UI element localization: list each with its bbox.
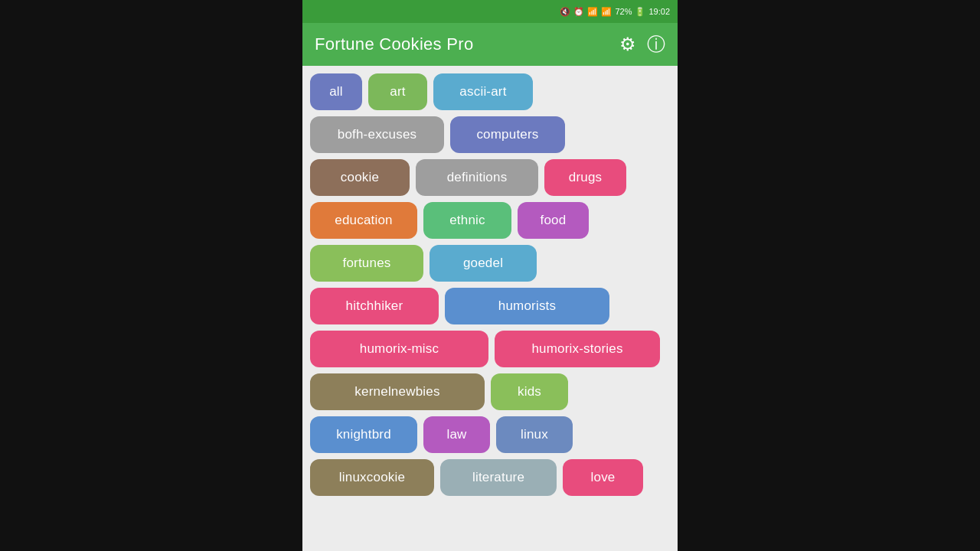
tag-btn-fortunes[interactable]: fortunes: [310, 245, 423, 282]
battery-text: 72%: [615, 7, 632, 16]
tag-btn-bofh-excuses[interactable]: bofh-excuses: [310, 116, 444, 153]
app-header: Fortune Cookies Pro ⚙ ⓘ: [302, 23, 678, 66]
tag-btn-all[interactable]: all: [310, 73, 362, 110]
tag-btn-kernelnewbies[interactable]: kernelnewbies: [310, 373, 485, 410]
tag-btn-humorix-misc[interactable]: humorix-misc: [310, 331, 488, 367]
wifi-icon: 📶: [587, 7, 598, 17]
mute-icon: 🔇: [560, 7, 570, 17]
time: 19:02: [648, 7, 670, 16]
tag-btn-food[interactable]: food: [518, 202, 589, 239]
tag-btn-drugs[interactable]: drugs: [544, 159, 626, 196]
status-icons: 🔇 ⏰ 📶 📶 72% 🔋 19:02: [560, 7, 670, 17]
tag-btn-art[interactable]: art: [368, 73, 427, 110]
tag-btn-hitchhiker[interactable]: hitchhiker: [310, 288, 439, 324]
tag-btn-cookie[interactable]: cookie: [310, 159, 410, 196]
alarm-icon: ⏰: [573, 7, 584, 17]
tag-btn-definitions[interactable]: definitions: [416, 159, 538, 196]
status-bar: 🔇 ⏰ 📶 📶 72% 🔋 19:02: [302, 0, 678, 23]
tag-btn-ascii-art[interactable]: ascii-art: [433, 73, 533, 110]
tag-btn-humorix-stories[interactable]: humorix-stories: [495, 331, 660, 367]
settings-icon[interactable]: ⚙: [619, 34, 636, 55]
header-icons: ⚙ ⓘ: [619, 32, 665, 57]
info-icon[interactable]: ⓘ: [647, 32, 665, 57]
tag-btn-literature[interactable]: literature: [440, 459, 557, 496]
app-title: Fortune Cookies Pro: [315, 34, 473, 54]
tag-btn-computers[interactable]: computers: [450, 116, 565, 153]
tag-btn-humorists[interactable]: humorists: [445, 288, 609, 324]
tag-btn-education[interactable]: education: [310, 202, 417, 239]
tag-btn-law[interactable]: law: [423, 416, 490, 453]
content-area: allartascii-artbofh-excusescomputerscook…: [302, 66, 678, 551]
signal-icon: 📶: [601, 7, 612, 17]
tag-btn-ethnic[interactable]: ethnic: [423, 202, 511, 239]
phone-frame: 🔇 ⏰ 📶 📶 72% 🔋 19:02 Fortune Cookies Pro …: [302, 0, 678, 551]
tag-btn-knightbrd[interactable]: knightbrd: [310, 416, 417, 453]
tags-grid: allartascii-artbofh-excusescomputerscook…: [310, 73, 670, 504]
tag-btn-linux[interactable]: linux: [496, 416, 573, 453]
tag-btn-goedel[interactable]: goedel: [430, 245, 537, 282]
battery-icon: 🔋: [635, 7, 645, 17]
tag-btn-kids[interactable]: kids: [491, 373, 568, 410]
tag-btn-linuxcookie[interactable]: linuxcookie: [310, 459, 434, 496]
tag-btn-love[interactable]: love: [563, 459, 643, 496]
